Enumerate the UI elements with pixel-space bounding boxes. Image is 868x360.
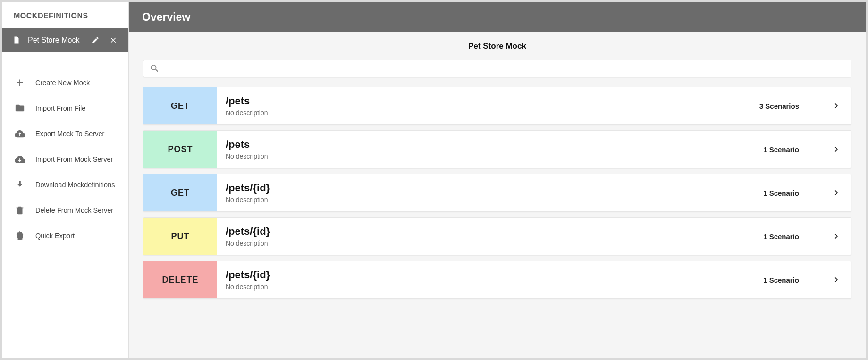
menu-item-import-from-server[interactable]: Import From Mock Server [2, 146, 128, 172]
menu-item-label: Download Mockdefinitions [35, 181, 115, 189]
menu-item-import-from-file[interactable]: Import From File [2, 95, 128, 121]
method-chip: GET [143, 174, 217, 211]
menu-item-quick-export[interactable]: Quick Export [2, 223, 128, 249]
trash-icon [15, 205, 25, 215]
scenario-count: 1 Scenario [763, 189, 799, 197]
method-chip: POST [143, 131, 217, 168]
endpoint-description: No description [226, 109, 748, 117]
menu-item-export-to-server[interactable]: Export Mock To Server [2, 121, 128, 146]
active-mock-row[interactable]: Pet Store Mock [2, 28, 128, 52]
endpoint-description: No description [226, 240, 752, 247]
menu-item-create-new-mock[interactable]: Create New Mock [2, 70, 128, 95]
scenario-count: 1 Scenario [763, 146, 799, 154]
endpoint-path: /pets/{id} [226, 269, 752, 281]
sidebar-header: MOCKDEFINITIONS [2, 2, 128, 28]
endpoint-row[interactable]: POST/petsNo description1 Scenario [143, 130, 851, 168]
close-mock-button[interactable] [108, 34, 119, 46]
search-icon [150, 64, 160, 73]
search-box[interactable] [143, 60, 851, 77]
method-chip: PUT [143, 218, 217, 255]
endpoint-path: /pets/{id} [226, 225, 752, 238]
method-chip: DELETE [143, 261, 217, 298]
endpoint-description: No description [226, 283, 752, 291]
menu-item-label: Import From Mock Server [35, 155, 113, 163]
sidebar: MOCKDEFINITIONS Pet Store Mock Create Ne… [2, 2, 129, 358]
endpoint-description: No description [226, 153, 752, 160]
endpoints-list: GET/petsNo description3 ScenariosPOST/pe… [129, 87, 866, 313]
menu-item-label: Delete From Mock Server [35, 206, 113, 214]
endpoint-body: /pets/{id}No description1 Scenario [217, 174, 851, 211]
topbar-title: Overview [142, 11, 190, 23]
endpoint-body: /pets/{id}No description1 Scenario [217, 218, 851, 255]
cloud-upload-icon [15, 129, 25, 139]
menu-item-label: Quick Export [35, 232, 75, 240]
edit-mock-button[interactable] [90, 34, 101, 46]
plus-icon [15, 77, 25, 88]
endpoint-info: /petsNo description [226, 88, 748, 123]
endpoint-body: /petsNo description1 Scenario [217, 131, 851, 168]
sidebar-menu: Create New Mock Import From File Export … [2, 70, 128, 249]
download-icon [15, 180, 25, 190]
folder-icon [15, 103, 25, 113]
scenario-count: 1 Scenario [763, 232, 799, 240]
chevron-right-icon [829, 274, 843, 285]
main-body: Pet Store Mock GET/petsNo description3 S… [129, 32, 866, 358]
endpoint-info: /pets/{id}No description [226, 219, 752, 254]
scenario-count: 3 Scenarios [759, 102, 799, 110]
cloud-download-icon [15, 154, 25, 164]
endpoint-description: No description [226, 196, 752, 204]
search-input[interactable] [143, 60, 851, 77]
endpoint-path: /pets [226, 138, 752, 151]
app-root: MOCKDEFINITIONS Pet Store Mock Create Ne… [2, 2, 866, 358]
sidebar-divider [14, 61, 117, 61]
page-title: Pet Store Mock [129, 39, 866, 60]
topbar: Overview [129, 2, 866, 32]
endpoint-row[interactable]: GET/pets/{id}No description1 Scenario [143, 174, 851, 212]
endpoint-row[interactable]: PUT/pets/{id}No description1 Scenario [143, 217, 851, 255]
endpoint-body: /petsNo description3 Scenarios [217, 87, 851, 124]
endpoint-path: /pets [226, 95, 748, 107]
chevron-right-icon [829, 144, 843, 154]
endpoint-info: /petsNo description [226, 132, 752, 167]
active-mock-label: Pet Store Mock [28, 36, 83, 44]
chevron-right-icon [829, 188, 843, 198]
endpoint-path: /pets/{id} [226, 182, 752, 194]
menu-item-download-mockdefs[interactable]: Download Mockdefinitions [2, 172, 128, 197]
file-icon [12, 34, 21, 46]
chevron-right-icon [829, 101, 843, 111]
menu-item-delete-from-server[interactable]: Delete From Mock Server [2, 197, 128, 223]
endpoint-body: /pets/{id}No description1 Scenario [217, 261, 851, 298]
endpoint-info: /pets/{id}No description [226, 262, 752, 297]
menu-item-label: Export Mock To Server [35, 130, 104, 137]
menu-item-label: Create New Mock [35, 79, 90, 86]
endpoint-row[interactable]: GET/petsNo description3 Scenarios [143, 87, 851, 125]
endpoint-row[interactable]: DELETE/pets/{id}No description1 Scenario [143, 261, 851, 299]
search-wrap [129, 60, 866, 87]
badge-icon [15, 231, 25, 241]
menu-item-label: Import From File [35, 104, 85, 112]
scenario-count: 1 Scenario [763, 276, 799, 284]
chevron-right-icon [829, 231, 843, 241]
main: Overview Pet Store Mock GET/petsNo descr… [129, 2, 866, 358]
endpoint-info: /pets/{id}No description [226, 175, 752, 210]
method-chip: GET [143, 87, 217, 124]
